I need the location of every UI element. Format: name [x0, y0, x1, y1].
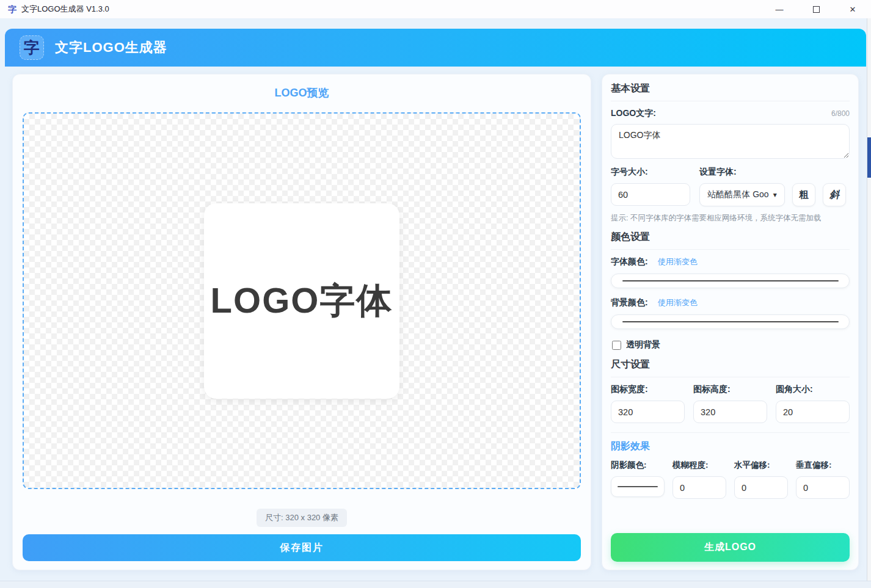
window-title: 文字LOGO生成器 V1.3.0 [21, 4, 109, 15]
window-titlebar: 字 文字LOGO生成器 V1.3.0 — ✕ [0, 0, 871, 18]
shadow-hoffset-input[interactable] [734, 476, 788, 499]
transparent-bg-checkbox[interactable] [612, 341, 621, 350]
scrollbar-thumb[interactable] [867, 137, 871, 178]
font-family-value: 站酷酷黑体 Goo [707, 189, 768, 200]
font-color-swatch [622, 280, 839, 281]
logo-text-label-row: LOGO文字: 6/800 [611, 108, 850, 119]
font-size-input[interactable] [611, 183, 690, 206]
bg-gradient-link[interactable]: 使用渐变色 [658, 297, 698, 308]
font-color-picker[interactable] [611, 274, 850, 288]
size-settings-title: 尺寸设置 [611, 358, 850, 377]
transparent-bg-row: 透明背景 [612, 339, 850, 350]
char-counter: 6/800 [831, 109, 850, 118]
shadow-color-picker[interactable] [611, 476, 665, 497]
font-size-label: 字号大小: [611, 167, 699, 178]
icon-width-label: 图标宽度: [611, 384, 685, 395]
chevron-down-icon: ▾ [773, 191, 777, 199]
bg-color-swatch [622, 321, 839, 322]
shadow-color-swatch [618, 486, 657, 487]
font-tip-text: 提示: 不同字体库的字体需要相应网络环境，系统字体无需加载 [611, 213, 850, 223]
preview-title: LOGO预览 [23, 85, 581, 100]
color-settings-title: 颜色设置 [611, 231, 850, 250]
icon-width-group: 图标宽度: [611, 384, 685, 423]
main-content: LOGO预览 LOGO字体 尺寸: 320 x 320 像素 保存图片 基本设置… [12, 74, 859, 570]
italic-button[interactable]: 斜 [823, 183, 846, 206]
shadow-hoffset-group: 水平偏移: [734, 460, 788, 499]
shadow-voffset-group: 垂直偏移: [796, 460, 850, 499]
bg-color-label: 背景颜色: [611, 297, 648, 308]
app-logo-glyph: 字 [24, 37, 40, 59]
logo-text-label: LOGO文字: [611, 108, 656, 119]
font-family-group: 设置字体: 站酷酷黑体 Goo ▾ 粗 斜 [699, 167, 850, 206]
generate-logo-button[interactable]: 生成LOGO [611, 533, 850, 562]
size-settings-row: 图标宽度: 图标高度: 圆角大小: [611, 384, 850, 423]
maximize-icon [813, 6, 820, 13]
logo-text-input[interactable]: LOGO字体 [611, 124, 850, 159]
preview-panel: LOGO预览 LOGO字体 尺寸: 320 x 320 像素 保存图片 [12, 74, 591, 570]
preview-canvas: LOGO字体 [23, 112, 581, 489]
logo-text: LOGO字体 [211, 277, 393, 325]
shadow-blur-label: 模糊程度: [672, 460, 726, 471]
close-icon: ✕ [850, 5, 856, 14]
app-header: 字 文字LOGO生成器 [5, 29, 866, 67]
font-family-label: 设置字体: [699, 167, 850, 178]
shadow-voffset-input[interactable] [796, 476, 850, 499]
minimize-button[interactable]: — [761, 0, 798, 18]
icon-width-input[interactable] [611, 401, 685, 423]
font-family-select[interactable]: 站酷酷黑体 Goo ▾ [699, 183, 785, 206]
shadow-blur-input[interactable] [672, 476, 726, 499]
shadow-voffset-label: 垂直偏移: [796, 460, 850, 471]
shadow-hoffset-label: 水平偏移: [734, 460, 788, 471]
font-controls: 站酷酷黑体 Goo ▾ 粗 斜 [699, 183, 850, 206]
shadow-color-label: 阴影颜色: [611, 460, 665, 471]
corner-radius-label: 圆角大小: [776, 384, 850, 395]
icon-height-input[interactable] [693, 401, 767, 423]
transparent-bg-label: 透明背景 [626, 339, 660, 350]
footer-strip [0, 581, 871, 588]
font-settings-row: 字号大小: 设置字体: 站酷酷黑体 Goo ▾ 粗 斜 [611, 167, 850, 206]
font-size-group: 字号大小: [611, 167, 699, 206]
basic-settings-title: 基本设置 [611, 82, 850, 101]
corner-radius-group: 圆角大小: [776, 384, 850, 423]
font-color-row: 字体颜色: 使用渐变色 [611, 256, 850, 267]
logo-image: LOGO字体 [204, 203, 399, 399]
maximize-button[interactable] [798, 0, 834, 18]
shadow-blur-group: 模糊程度: [672, 460, 726, 499]
icon-height-group: 图标高度: [693, 384, 767, 423]
window-controls: — ✕ [761, 0, 871, 18]
close-button[interactable]: ✕ [834, 0, 871, 18]
app-title: 文字LOGO生成器 [55, 38, 167, 57]
bold-button[interactable]: 粗 [792, 183, 815, 206]
minimize-icon: — [776, 5, 784, 14]
window-scrollbar[interactable] [867, 18, 871, 581]
bg-color-row: 背景颜色: 使用渐变色 [611, 297, 850, 308]
size-badge: 尺寸: 320 x 320 像素 [257, 509, 347, 527]
app-logo-icon: 字 [20, 35, 44, 60]
shadow-settings-row: 阴影颜色: 模糊程度: 水平偏移: 垂直偏移: [611, 460, 850, 499]
save-image-button[interactable]: 保存图片 [23, 534, 581, 561]
settings-panel: 基本设置 LOGO文字: 6/800 LOGO字体 字号大小: 设置字体: 站酷… [602, 74, 859, 570]
app-icon: 字 [8, 5, 16, 13]
font-gradient-link[interactable]: 使用渐变色 [658, 256, 698, 267]
font-color-label: 字体颜色: [611, 256, 648, 267]
bg-color-picker[interactable] [611, 314, 850, 329]
corner-radius-input[interactable] [776, 401, 850, 423]
shadow-settings-title: 阴影效果 [611, 440, 850, 453]
shadow-color-group: 阴影颜色: [611, 460, 665, 499]
shadow-settings-section: 阴影效果 阴影颜色: 模糊程度: 水平偏移: 垂直偏移: [611, 432, 850, 499]
icon-height-label: 图标高度: [693, 384, 767, 395]
